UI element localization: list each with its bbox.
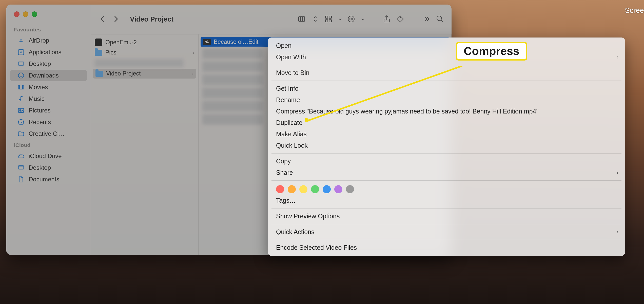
svg-rect-20: [329, 16, 331, 18]
sidebar-item-label: Recents: [29, 119, 51, 126]
folder-icon: [95, 71, 103, 77]
menu-item-share[interactable]: Share›: [268, 167, 625, 178]
action-chevron-icon[interactable]: [361, 17, 365, 22]
movies-icon: [17, 83, 25, 91]
menu-item-duplicate[interactable]: Duplicate: [268, 117, 625, 128]
sidebar-item-creative-cl-[interactable]: Creative Cl…: [10, 128, 87, 140]
tag-color-swatch[interactable]: [299, 185, 307, 193]
list-item-label: Video Project: [106, 70, 141, 77]
tags-button[interactable]: [396, 15, 404, 24]
menu-item-show[interactable]: Show Preview Options: [268, 211, 625, 222]
menu-item-rename[interactable]: Rename: [268, 94, 625, 106]
desktop-icon: [17, 164, 25, 172]
svg-point-10: [19, 99, 21, 101]
sidebar-section-header: iCloud: [6, 140, 91, 150]
folder-icon: [95, 50, 102, 56]
sidebar-item-label: AirDrop: [29, 37, 49, 44]
submenu-caret-icon: ›: [617, 54, 618, 61]
submenu-caret-icon: ›: [617, 169, 618, 176]
list-item[interactable]: Pics›: [91, 48, 198, 58]
music-icon: [17, 95, 25, 103]
menu-item-get[interactable]: Get Info: [268, 83, 625, 94]
menu-item-make[interactable]: Make Alias: [268, 128, 625, 140]
sidebar-item-movies[interactable]: Movies: [10, 81, 87, 93]
tag-color-row: [268, 183, 625, 195]
menu-item-quick[interactable]: Quick Actions›: [268, 226, 625, 238]
svg-point-25: [351, 18, 352, 19]
group-chevron-icon[interactable]: [338, 17, 342, 22]
list-item[interactable]: Video Project›: [93, 69, 196, 79]
group-button[interactable]: [324, 15, 333, 24]
desktop-file-label-partial: Scree: [625, 6, 644, 15]
minimize-window-button[interactable]: [23, 11, 28, 17]
menu-item-quick[interactable]: Quick Look: [268, 140, 625, 151]
menu-separator: [271, 81, 621, 81]
tag-color-swatch[interactable]: [346, 185, 354, 193]
sidebar-item-icloud-drive[interactable]: iCloud Drive: [10, 150, 87, 162]
column-1: OpenEmu-2Pics›Video Project›: [91, 34, 199, 255]
sidebar-item-label: Creative Cl…: [29, 130, 65, 137]
sidebar-item-applications[interactable]: AApplications: [10, 46, 87, 58]
share-button[interactable]: [383, 15, 391, 24]
sidebar-item-documents[interactable]: Documents: [10, 174, 87, 185]
tag-color-swatch[interactable]: [311, 185, 319, 193]
sidebar-item-label: Music: [29, 95, 45, 102]
menu-separator: [271, 180, 621, 181]
sidebar-item-label: Desktop: [29, 60, 51, 67]
zoom-window-button[interactable]: [32, 11, 37, 17]
disclosure-caret-icon: ›: [193, 50, 194, 55]
sidebar-item-label: Documents: [29, 176, 59, 183]
sidebar-item-downloads[interactable]: Downloads: [10, 70, 87, 81]
menu-item-tags[interactable]: Tags…: [268, 195, 625, 206]
app-icon: [95, 39, 102, 46]
sidebar-item-desktop[interactable]: Desktop: [10, 58, 87, 70]
menu-item-open[interactable]: Open With›: [268, 51, 625, 63]
cloud-icon: [17, 152, 25, 160]
menu-item-move[interactable]: Move to Bin: [268, 67, 625, 79]
menu-item-compress[interactable]: Compress "Because old guys wearing pyjam…: [268, 106, 625, 117]
downloads-icon: [17, 72, 25, 79]
menu-item-open[interactable]: Open: [268, 40, 625, 51]
sidebar-item-recents[interactable]: Recents: [10, 116, 87, 128]
svg-rect-19: [325, 16, 328, 18]
forward-button[interactable]: [112, 15, 120, 24]
list-item-redacted[interactable]: [91, 58, 198, 69]
tag-color-swatch[interactable]: [276, 185, 284, 193]
finder-sidebar: FavouritesAirDropAApplicationsDesktopDow…: [6, 5, 91, 255]
desktop-icon: [17, 60, 25, 68]
pictures-icon: [17, 107, 25, 114]
sidebar-item-label: Pictures: [29, 107, 51, 114]
callout-annotation: Compress: [456, 42, 527, 61]
tag-color-swatch[interactable]: [288, 185, 296, 193]
menu-separator: [271, 208, 621, 208]
back-button[interactable]: [99, 15, 107, 24]
action-button[interactable]: [347, 15, 355, 24]
callout-label: Compress: [456, 42, 527, 61]
tag-color-swatch[interactable]: [334, 185, 342, 193]
sidebar-item-label: Downloads: [29, 72, 59, 79]
sidebar-item-airdrop[interactable]: AirDrop: [10, 35, 87, 46]
tag-color-swatch[interactable]: [323, 185, 331, 193]
svg-line-30: [441, 20, 443, 22]
sidebar-item-music[interactable]: Music: [10, 93, 87, 105]
file-name-label: Because ol…Edit: [214, 39, 258, 45]
sidebar-item-pictures[interactable]: Pictures: [10, 105, 87, 116]
search-button[interactable]: [436, 15, 444, 24]
svg-point-26: [352, 18, 353, 19]
menu-item-copy[interactable]: Copy: [268, 156, 625, 167]
menu-separator: [271, 153, 621, 154]
view-columns-button[interactable]: [298, 15, 306, 24]
window-title: Video Project: [130, 15, 173, 23]
apps-icon: A: [17, 48, 25, 56]
list-item[interactable]: OpenEmu-2: [91, 37, 198, 48]
view-sort-icon[interactable]: [311, 15, 319, 24]
menu-item-encode[interactable]: Encode Selected Video Files: [268, 242, 625, 253]
submenu-caret-icon: ›: [617, 229, 618, 235]
sidebar-item-desktop[interactable]: Desktop: [10, 162, 87, 174]
video-file-icon: 📽: [203, 39, 211, 45]
close-window-button[interactable]: [14, 11, 19, 17]
svg-point-24: [349, 18, 350, 19]
svg-rect-21: [325, 20, 328, 22]
more-button[interactable]: [422, 15, 430, 24]
menu-separator: [271, 224, 621, 224]
